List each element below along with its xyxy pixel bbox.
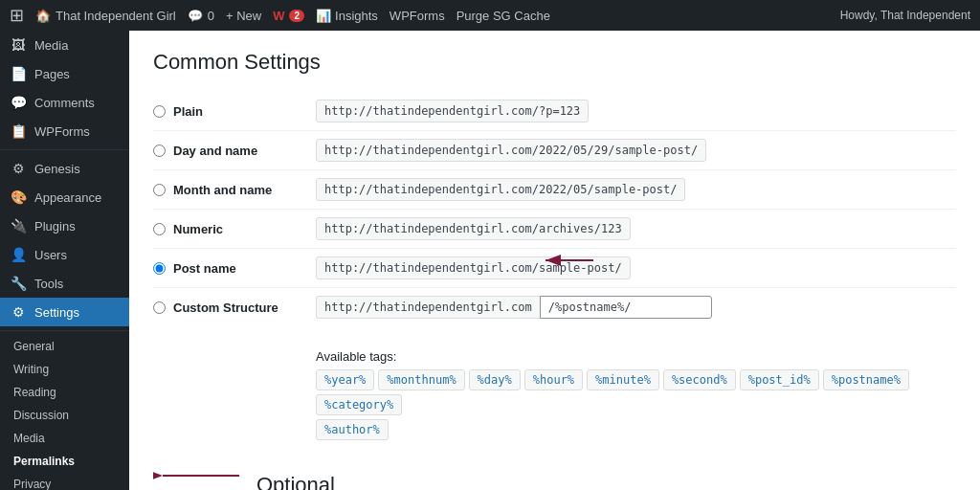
tag-author[interactable]: %author% (316, 419, 389, 440)
sidebar-item-comments[interactable]: 💬 Comments (0, 88, 129, 117)
tag-category[interactable]: %category% (316, 394, 402, 415)
day-name-url: http://thatindependentgirl.com/2022/05/2… (316, 139, 706, 162)
plugins-icon: 🔌 (10, 218, 27, 234)
arrow-to-permalinks (153, 461, 249, 490)
sidebar-item-genesis[interactable]: ⚙ Genesis (0, 154, 129, 183)
comments-link[interactable]: 💬 0 (188, 9, 214, 23)
sidebar-sub-media[interactable]: Media (0, 427, 129, 450)
tag-second[interactable]: %second% (663, 369, 736, 390)
sidebar-item-plugins[interactable]: 🔌 Plugins (0, 212, 129, 240)
site-name[interactable]: 🏠 That Independent Girl (35, 9, 176, 23)
custom-structure-input[interactable] (540, 296, 712, 319)
month-name-url: http://thatindependentgirl.com/2022/05/s… (316, 178, 685, 201)
pages-icon: 📄 (10, 66, 27, 81)
comments-icon: 💬 (10, 95, 27, 110)
admin-bar: ⊞ 🏠 That Independent Girl 💬 0 + New W 2 … (0, 0, 980, 31)
insights-link[interactable]: 📊 Insights (316, 9, 378, 23)
month-name-label[interactable]: Month and name (173, 183, 272, 197)
available-tags-section: Available tags: %year% %monthnum% %day% … (316, 349, 956, 440)
wpforms-bar-item[interactable]: W 2 (273, 9, 304, 23)
month-name-radio[interactable] (153, 184, 166, 196)
appearance-icon: 🎨 (10, 189, 27, 205)
sidebar-item-tools[interactable]: 🔧 Tools (0, 269, 129, 298)
plain-radio[interactable] (153, 105, 166, 118)
plain-label[interactable]: Plain (173, 104, 203, 119)
genesis-icon: ⚙ (10, 161, 27, 176)
users-icon: 👤 (10, 247, 27, 262)
permalink-row-plain: Plain http://thatindependentgirl.com/?p=… (153, 92, 956, 131)
media-icon: 🖼 (10, 37, 27, 53)
permalink-options: Plain http://thatindependentgirl.com/?p=… (153, 92, 956, 326)
tag-hour[interactable]: %hour% (524, 369, 583, 390)
howdy-text: Howdy, That Independent (840, 9, 970, 22)
purge-cache-button[interactable]: Purge SG Cache (457, 9, 550, 23)
permalink-row-month-name: Month and name http://thatindependentgir… (153, 170, 956, 210)
permalink-row-custom: Custom Structure http://thatindependentg… (153, 288, 956, 326)
custom-url-base: http://thatindependentgirl.com (316, 296, 540, 319)
sidebar-sub-permalinks[interactable]: Permalinks (0, 450, 129, 473)
custom-label[interactable]: Custom Structure (173, 301, 278, 315)
settings-icon: ⚙ (10, 304, 27, 320)
sidebar-sub-general[interactable]: General (0, 335, 129, 358)
post-name-radio[interactable] (153, 262, 166, 275)
sidebar-item-settings[interactable]: ⚙ Settings (0, 298, 129, 326)
tag-monthnum[interactable]: %monthnum% (378, 369, 464, 390)
sidebar-item-users[interactable]: 👤 Users (0, 240, 129, 269)
tools-icon: 🔧 (10, 276, 27, 291)
wpforms-menu-link[interactable]: WPForms (390, 9, 445, 23)
wp-logo-icon: ⊞ (10, 5, 24, 26)
permalink-row-day-name: Day and name http://thatindependentgirl.… (153, 131, 956, 170)
sidebar-item-wpforms[interactable]: 📋 WPForms (0, 117, 129, 145)
arrow-to-url (526, 241, 603, 279)
numeric-label[interactable]: Numeric (173, 222, 223, 236)
sidebar-sub-discussion[interactable]: Discussion (0, 404, 129, 427)
tag-day[interactable]: %day% (469, 369, 521, 390)
sidebar-item-pages[interactable]: 📄 Pages (0, 59, 129, 88)
sidebar-divider (0, 149, 129, 150)
tag-minute[interactable]: %minute% (587, 369, 659, 390)
post-name-label[interactable]: Post name (173, 261, 236, 276)
tags-row: %year% %monthnum% %day% %hour% %minute% … (316, 369, 956, 415)
tag-post-id[interactable]: %post_id% (740, 369, 819, 390)
wpforms-icon: 📋 (10, 123, 27, 139)
post-name-radio-wrap[interactable]: Post name (153, 261, 316, 276)
numeric-radio-wrap[interactable]: Numeric (153, 222, 316, 236)
new-button[interactable]: + New (226, 9, 261, 23)
tag-postname[interactable]: %postname% (823, 369, 909, 390)
tag-year[interactable]: %year% (316, 369, 374, 390)
optional-title: Optional (256, 473, 335, 490)
sidebar-sub-reading[interactable]: Reading (0, 381, 129, 404)
month-name-radio-wrap[interactable]: Month and name (153, 183, 316, 197)
available-tags-label: Available tags: (316, 349, 956, 364)
page-title: Common Settings (153, 50, 956, 75)
sidebar: 🖼 Media 📄 Pages 💬 Comments 📋 WPForms ⚙ G… (0, 31, 129, 490)
sidebar-item-appearance[interactable]: 🎨 Appearance (0, 183, 129, 212)
day-name-radio[interactable] (153, 145, 166, 157)
sidebar-sub-writing[interactable]: Writing (0, 358, 129, 381)
plain-url: http://thatindependentgirl.com/?p=123 (316, 100, 589, 122)
numeric-radio[interactable] (153, 223, 166, 235)
custom-radio[interactable] (153, 301, 166, 314)
permalink-row-post-name: Post name http://thatindependentgirl.com… (153, 249, 956, 288)
sidebar-sub-privacy[interactable]: Privacy (0, 473, 129, 490)
numeric-url: http://thatindependentgirl.com/archives/… (316, 217, 631, 240)
day-name-radio-wrap[interactable]: Day and name (153, 144, 316, 158)
sidebar-item-media[interactable]: 🖼 Media (0, 31, 129, 59)
sidebar-sub-divider (0, 330, 129, 331)
main-content: Common Settings Plain http://thatindepen… (129, 31, 980, 490)
custom-radio-wrap[interactable]: Custom Structure (153, 301, 316, 315)
day-name-label[interactable]: Day and name (173, 144, 257, 158)
plain-radio-wrap[interactable]: Plain (153, 104, 316, 119)
